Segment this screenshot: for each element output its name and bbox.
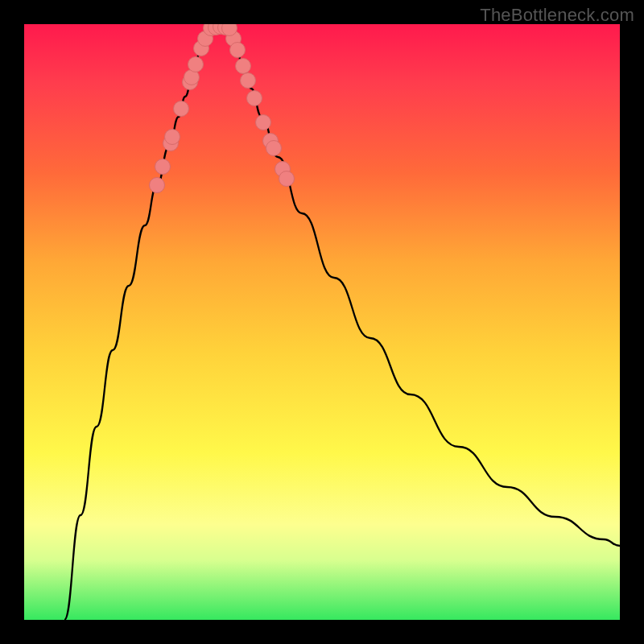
plot-area [24, 24, 620, 620]
data-dot-left [165, 130, 180, 145]
data-dot-right [247, 91, 262, 106]
data-dot-right [279, 171, 295, 187]
curve-left-curve [64, 28, 209, 620]
data-dot-right [236, 59, 251, 74]
data-dot-right [230, 43, 246, 58]
data-dot-floor [222, 24, 237, 36]
watermark-text: TheBottleneck.com [480, 5, 634, 26]
data-dot-right [241, 73, 256, 89]
data-dot-left [155, 159, 171, 175]
curve-right-curve [229, 28, 620, 546]
chart-frame: TheBottleneck.com [0, 0, 644, 644]
curve-group [64, 26, 620, 620]
data-dot-left [188, 57, 204, 72]
data-dot-right [266, 141, 282, 156]
chart-svg [24, 24, 620, 620]
data-dot-right [256, 115, 271, 130]
data-dot-left [150, 178, 165, 193]
data-dot-left [174, 101, 189, 117]
dot-group [150, 24, 295, 193]
